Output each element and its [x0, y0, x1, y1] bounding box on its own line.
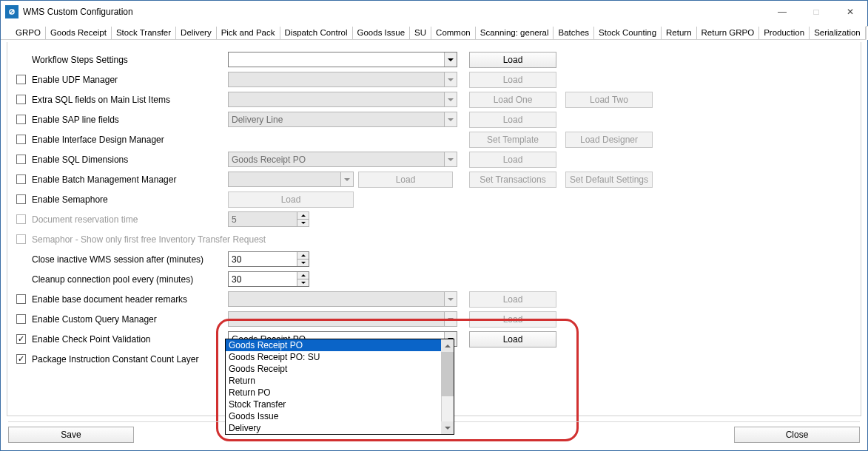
sapline-label: Enable SAP line fields [32, 115, 119, 125]
checkpoint-dropdown-list[interactable]: Goods Receipt POGoods Receipt PO: SUGood… [225, 339, 454, 435]
sapline-combo: Delivery Line [228, 112, 457, 127]
scroll-up-icon[interactable] [441, 339, 454, 352]
loaddesigner-button: Load Designer [565, 132, 653, 148]
tab-batches[interactable]: Batches [554, 27, 594, 39]
tab-content-manager: Workflow Steps Settings Load Enable UDF … [7, 42, 861, 416]
extrasql-loadtwo-button: Load Two [565, 92, 653, 108]
tab-delivery[interactable]: Delivery [176, 27, 217, 39]
spinner-down-icon[interactable] [297, 260, 309, 266]
chevron-down-icon [340, 172, 353, 186]
semaphore-load-button: Load [228, 191, 354, 208]
spinner-up-icon [297, 212, 309, 220]
extrasql-loadone-button: Load One [469, 92, 556, 108]
basedoc-label: Enable base document header remarks [32, 294, 187, 305]
customquery-combo [228, 311, 457, 327]
udf-checkbox[interactable] [16, 75, 26, 84]
extrasql-label: Extra SQL fields on Main List Items [32, 95, 170, 105]
tab-pick-and-pack[interactable]: Pick and Pack [217, 27, 280, 39]
spinner-up-icon[interactable] [297, 252, 309, 260]
minimize-button[interactable]: — [765, 1, 799, 23]
tab-dispatch-control[interactable]: Dispatch Control [280, 27, 353, 39]
cleanup-label: Cleanup connection pool every (minutes) [32, 274, 193, 285]
docres-spinner: 5 [228, 211, 309, 227]
batchmgmt-label: Enable Batch Management Manager [32, 174, 176, 185]
chevron-down-icon[interactable] [444, 52, 457, 67]
sqldim-load-button: Load [469, 152, 556, 168]
workflow-combo[interactable] [228, 52, 457, 67]
scrollbar[interactable] [441, 339, 454, 434]
tab-scanning-general[interactable]: Scanning: general [476, 27, 554, 39]
checkpoint-label: Enable Check Point Validation [32, 334, 151, 345]
tab-return-grpo[interactable]: Return GRPO [697, 27, 760, 39]
close-window-button[interactable]: ✕ [833, 1, 867, 23]
dropdown-option[interactable]: Return PO [226, 387, 454, 399]
sqldim-label: Enable SQL Dimensions [32, 155, 128, 165]
tab-goods-receipt[interactable]: Goods Receipt [46, 27, 112, 39]
semaphore-label: Enable Semaphore [32, 194, 108, 205]
tab-stock-counting[interactable]: Stock Counting [594, 27, 662, 39]
scroll-down-icon[interactable] [441, 421, 454, 434]
chevron-down-icon [444, 292, 457, 306]
settransactions-button: Set Transactions [469, 172, 556, 188]
maximize-button: □ [799, 1, 833, 23]
customquery-label: Enable Custom Query Manager [32, 314, 157, 325]
tab-production[interactable]: Production [759, 27, 810, 39]
udf-label: Enable UDF Manager [32, 75, 118, 85]
batchmgmt-checkbox[interactable] [16, 174, 26, 184]
workflow-load-button[interactable]: Load [469, 52, 556, 68]
dropdown-option[interactable]: Goods Receipt [226, 363, 454, 375]
udf-load-button: Load [469, 72, 556, 88]
extrasql-combo [228, 92, 457, 107]
basedoc-load-button: Load [469, 291, 556, 308]
spinner-down-icon [297, 220, 309, 226]
chevron-down-icon [444, 72, 457, 87]
spinner-up-icon[interactable] [297, 272, 309, 279]
closeinactive-spinner[interactable]: 30 [228, 251, 309, 267]
chevron-down-icon [444, 152, 457, 166]
closeinactive-label: Close inactive WMS session after (minute… [32, 254, 203, 265]
checkpoint-load-button[interactable]: Load [469, 331, 556, 347]
interfacedesign-label: Enable Interface Design Manager [32, 135, 164, 145]
chevron-down-icon [444, 312, 457, 326]
scrollbar-thumb[interactable] [441, 352, 454, 396]
setdefaultsettings-button: Set Default Settings [565, 172, 653, 188]
title-bar: WMS Custom Configuration — □ ✕ [1, 1, 867, 23]
extrasql-checkbox[interactable] [16, 95, 26, 104]
dropdown-option[interactable]: Stock Transfer [226, 399, 454, 410]
spinner-down-icon[interactable] [297, 279, 309, 286]
sapline-checkbox[interactable] [16, 115, 26, 124]
tab-return[interactable]: Return [662, 27, 697, 39]
packageinstr-label: Package Instruction Constant Count Layer [32, 354, 198, 364]
tab-goods-issue[interactable]: Goods Issue [353, 27, 411, 39]
customquery-checkbox[interactable] [16, 314, 26, 324]
dropdown-option[interactable]: Goods Receipt PO: SU [226, 351, 454, 363]
tab-grpo[interactable]: GRPO [11, 27, 46, 39]
sqldim-combo: Goods Receipt PO [228, 152, 457, 167]
packageinstr-checkbox[interactable] [16, 354, 26, 364]
tab-su[interactable]: SU [410, 27, 431, 39]
dropdown-option[interactable]: Return [226, 375, 454, 387]
udf-combo [228, 72, 457, 87]
checkpoint-checkbox[interactable] [16, 334, 26, 344]
close-button[interactable]: Close [734, 427, 860, 443]
tab-common[interactable]: Common [431, 27, 476, 39]
sqldim-checkbox[interactable] [16, 155, 26, 164]
basedoc-combo [228, 291, 457, 307]
chevron-down-icon [444, 112, 457, 126]
interfacedesign-checkbox[interactable] [16, 135, 26, 144]
tabs-row: GRPOGoods ReceiptStock TransferDeliveryP… [1, 23, 867, 40]
tab-stock-transfer[interactable]: Stock Transfer [112, 27, 176, 39]
cleanup-spinner[interactable]: 30 [228, 271, 309, 287]
dropdown-option[interactable]: Goods Issue [226, 410, 454, 422]
tab-serialization[interactable]: Serialization [810, 27, 866, 39]
app-icon [5, 5, 18, 18]
basedoc-checkbox[interactable] [16, 294, 26, 304]
dropdown-option[interactable]: Delivery [226, 422, 454, 434]
window-controls: — □ ✕ [765, 1, 867, 23]
docres-checkbox [16, 214, 26, 224]
semaphore-checkbox[interactable] [16, 194, 26, 204]
batchmgmt-midload-button: Load [358, 172, 453, 188]
dropdown-option[interactable]: Goods Receipt PO [226, 339, 454, 351]
save-button[interactable]: Save [8, 427, 134, 443]
chevron-down-icon [444, 92, 457, 106]
